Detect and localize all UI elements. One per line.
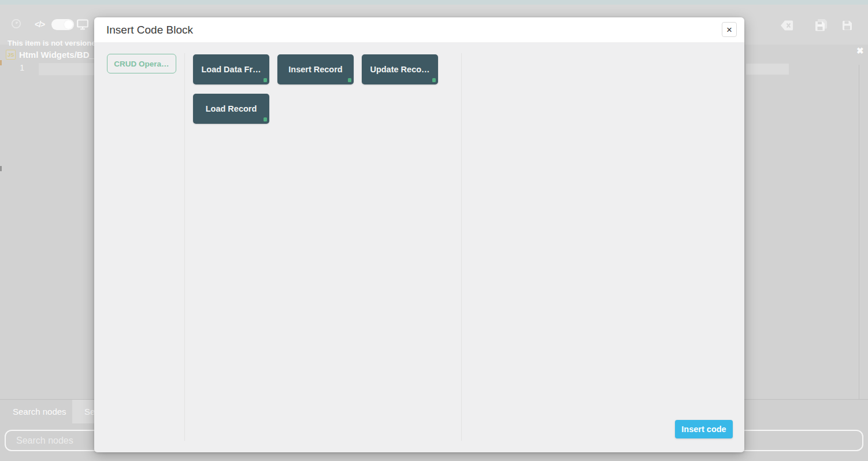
code-block-insert-record[interactable]: Insert Record (277, 54, 354, 84)
content-divider (461, 53, 462, 441)
code-block-load-data-from[interactable]: Load Data Fr… (193, 54, 269, 84)
history-icon[interactable] (11, 19, 21, 29)
right-panel-tab (746, 64, 789, 75)
sidebar-divider (184, 53, 185, 441)
block-corner-dot (432, 78, 436, 82)
editor-line-number: 1 (16, 63, 24, 72)
dialog-header: Insert Code Block × (94, 17, 744, 42)
block-label: Load Record (206, 104, 257, 113)
clear-icon[interactable] (780, 20, 793, 31)
dialog-title: Insert Code Block (106, 24, 193, 36)
monitor-icon[interactable] (77, 19, 88, 30)
code-block-load-record[interactable]: Load Record (193, 94, 269, 124)
versioned-status-text: This item is not versioned (8, 39, 100, 47)
code-icon[interactable]: </> (35, 20, 44, 29)
insert-code-label: Insert code (681, 425, 726, 434)
toggle-switch[interactable] (51, 19, 74, 30)
category-crud-operations[interactable]: CRUD Opera… (107, 54, 176, 73)
category-label: CRUD Opera… (114, 60, 169, 68)
dialog-body: CRUD Opera… Load Data Fr… Insert Record … (94, 42, 744, 452)
insert-code-block-dialog: Insert Code Block × CRUD Opera… Load Dat… (94, 17, 744, 452)
block-corner-dot (264, 117, 267, 121)
block-label: Load Data Fr… (201, 65, 261, 74)
toggle-knob (64, 20, 73, 29)
tab-search-nodes[interactable]: Search nodes (13, 400, 66, 423)
js-file-icon: JS (6, 50, 16, 60)
save-icon[interactable] (842, 20, 852, 31)
close-icon: × (726, 25, 732, 35)
save-all-icon[interactable] (814, 19, 828, 31)
panel-close-icon[interactable]: ✖ (856, 46, 864, 56)
dialog-close-button[interactable]: × (722, 22, 737, 37)
block-corner-dot (348, 78, 351, 82)
insert-code-button[interactable]: Insert code (675, 420, 733, 438)
block-label: Insert Record (288, 65, 342, 74)
gutter-mark (0, 166, 2, 171)
right-panel-divider (859, 65, 859, 428)
gutter-mark (0, 60, 2, 65)
block-label: Update Reco… (370, 65, 429, 74)
code-block-update-record[interactable]: Update Reco… (362, 54, 438, 84)
top-accent-strip (0, 0, 868, 5)
block-corner-dot (264, 78, 267, 82)
